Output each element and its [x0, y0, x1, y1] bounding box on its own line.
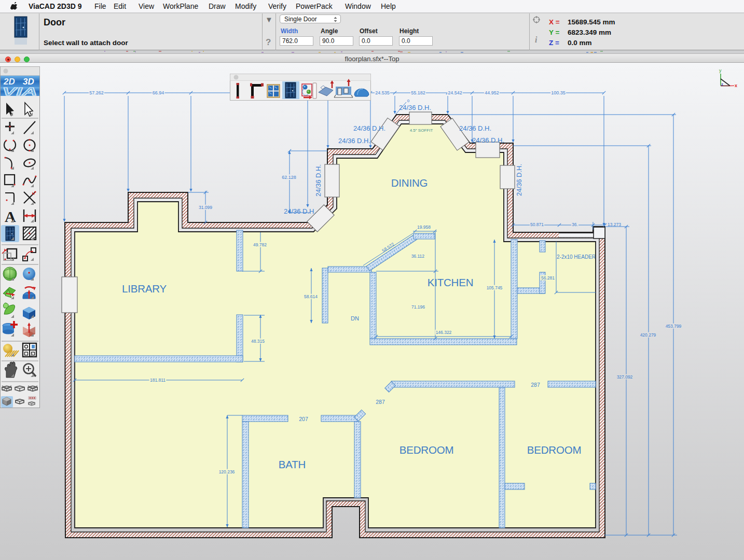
svg-text:420.279: 420.279 — [640, 332, 656, 338]
svg-text:453.799: 453.799 — [666, 324, 682, 329]
svg-text:24/36 D.H.: 24/36 D.H. — [459, 124, 491, 132]
svg-text:105.745: 105.745 — [487, 285, 503, 290]
svg-text:31.099: 31.099 — [199, 205, 212, 210]
svg-text:4.5″ SOFFIT: 4.5″ SOFFIT — [410, 128, 433, 133]
svg-text:24/36 D.H.: 24/36 D.H. — [399, 104, 431, 111]
svg-text:287: 287 — [531, 382, 540, 388]
svg-text:48.315: 48.315 — [251, 339, 265, 344]
svg-text:2-2x10 HEADER: 2-2x10 HEADER — [557, 254, 596, 260]
svg-text:24/36 D.H.: 24/36 D.H. — [353, 124, 385, 132]
svg-text:24/36 D.H.: 24/36 D.H. — [314, 164, 322, 197]
svg-text:24/36 D.H.: 24/36 D.H. — [515, 164, 523, 196]
svg-text:24.542: 24.542 — [448, 90, 462, 95]
svg-text:58.614: 58.614 — [304, 294, 318, 299]
svg-text:36.: 36. — [572, 222, 578, 227]
svg-text:56.281: 56.281 — [541, 275, 555, 281]
svg-text:66.94: 66.94 — [153, 90, 164, 95]
svg-text:100.35: 100.35 — [551, 90, 566, 95]
svg-text:0: 0 — [407, 99, 410, 103]
svg-text:50.871: 50.871 — [530, 222, 544, 227]
svg-text:KITCHEN: KITCHEN — [428, 276, 474, 288]
svg-text:A: A — [5, 208, 16, 225]
svg-text:LIBRARY: LIBRARY — [122, 283, 167, 295]
svg-text:120.236: 120.236 — [219, 469, 235, 474]
svg-text:71.196: 71.196 — [411, 304, 425, 310]
svg-text:x: x — [735, 83, 737, 88]
svg-text:327.092: 327.092 — [617, 374, 633, 380]
svg-text:62.128: 62.128 — [282, 175, 296, 180]
svg-text:24/36 D.H.: 24/36 D.H. — [338, 137, 370, 145]
svg-text:19.958: 19.958 — [417, 225, 431, 230]
svg-text:BATH: BATH — [279, 458, 306, 470]
svg-text:181.811: 181.811 — [150, 377, 166, 383]
svg-text:BEDROOM: BEDROOM — [399, 444, 454, 456]
svg-text:z: z — [721, 82, 723, 87]
svg-text:287: 287 — [376, 399, 385, 405]
svg-text:57.262: 57.262 — [89, 90, 104, 95]
svg-text:36.112: 36.112 — [411, 254, 425, 259]
svg-text:24/36 D.H.: 24/36 D.H. — [284, 207, 316, 215]
svg-text:207: 207 — [299, 416, 308, 422]
svg-text:24.535: 24.535 — [375, 90, 390, 95]
svg-text:VIA: VIA — [2, 85, 37, 98]
svg-text:y: y — [719, 68, 722, 73]
svg-text:55.182: 55.182 — [411, 90, 425, 95]
svg-text:24/36 D.H.: 24/36 D.H. — [472, 136, 504, 144]
svg-text:146.322: 146.322 — [436, 330, 452, 335]
svg-text:49.782: 49.782 — [253, 242, 267, 247]
svg-text:DN: DN — [351, 315, 359, 321]
svg-text:BEDROOM: BEDROOM — [527, 444, 582, 456]
svg-text:DINING: DINING — [391, 177, 428, 189]
svg-text:44.952: 44.952 — [485, 90, 499, 95]
